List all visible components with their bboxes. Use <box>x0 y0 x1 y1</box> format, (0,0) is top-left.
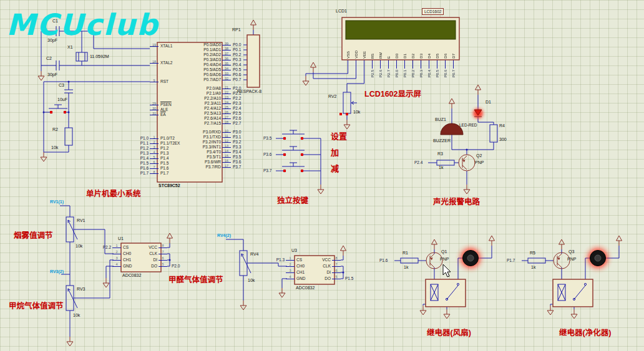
resistor-r3[interactable] <box>437 160 454 165</box>
u1-part-label[interactable]: ADC0832 <box>122 273 141 278</box>
pin-row: 4GND <box>100 263 132 269</box>
pin-row: DO5P1.5 <box>308 276 353 282</box>
rv3-value-label[interactable]: 10k <box>73 313 80 318</box>
capacitor-c2[interactable] <box>56 60 59 70</box>
pin-row: P3.0/RXD10P3.0 <box>162 130 241 135</box>
x1-ref-label[interactable]: X1 <box>67 45 73 50</box>
schematic-canvas[interactable]: MCUclub C1 30pF X1 11.0592M C2 30pF C3 1… <box>0 0 644 351</box>
resistor-r1[interactable] <box>401 258 418 263</box>
q3-part-label[interactable]: PNP <box>567 257 576 262</box>
q3-ref-label[interactable]: Q3 <box>568 249 574 254</box>
r1-value-label[interactable]: 1k <box>404 265 408 270</box>
r5-value-label[interactable]: 1k <box>531 265 535 270</box>
r3-value-label[interactable]: 1k <box>439 165 443 170</box>
rv1-caption[interactable]: 烟雾值调节 <box>14 232 53 241</box>
pin-row: P3.1/TXD11P3.1 <box>162 135 241 140</box>
fan-net-label[interactable]: P1.6 <box>379 258 388 262</box>
c1-ref-label[interactable]: C1 <box>52 19 58 24</box>
led-d1[interactable] <box>473 108 483 118</box>
buz1-ref-label[interactable]: BUZ1 <box>435 117 446 122</box>
rv1-ref-label[interactable]: RV1 <box>77 218 85 223</box>
r3-ref-label[interactable]: R3 <box>437 151 443 156</box>
r2-value-label[interactable]: 10k <box>51 145 58 150</box>
key2-net-label[interactable]: P3.6 <box>263 152 271 156</box>
alarm-net-label[interactable]: P2.4 <box>414 160 422 165</box>
r1-ref-label[interactable]: R1 <box>402 251 408 256</box>
rv4-ref-label[interactable]: RV4 <box>250 252 259 257</box>
rv2-value-label[interactable]: 10k <box>353 110 360 115</box>
relay-fan-box[interactable] <box>426 279 466 307</box>
q1-part-label[interactable]: PNP <box>440 257 449 262</box>
keys-caption[interactable]: 独立按键 <box>277 197 308 206</box>
alarm-caption[interactable]: 声光报警电路 <box>433 198 480 207</box>
c2-value-label[interactable]: 30pF <box>47 72 57 77</box>
mcu-caption[interactable]: 单片机最小系统 <box>86 190 141 199</box>
pin-row: P3.7/RD17P3.7 <box>162 165 241 170</box>
rv4-value-label[interactable]: 10k <box>248 278 255 283</box>
lcd-caption[interactable]: LCD1602显示屏 <box>364 90 421 99</box>
key1-function-label[interactable]: 设置 <box>331 132 347 141</box>
d1-ref-label[interactable]: D1 <box>485 100 491 105</box>
lcd-part-label[interactable]: LCD1602 <box>422 8 444 15</box>
u1-ref-label[interactable]: U1 <box>118 236 124 241</box>
pin-row: VCC8 <box>135 244 180 251</box>
x1-value-label[interactable]: 11.0592M <box>90 54 109 59</box>
rp1-ref-label[interactable]: RP1 <box>232 27 241 32</box>
fan-motor[interactable] <box>461 248 481 268</box>
relay-purifier-box[interactable] <box>553 279 593 307</box>
d1-part-label[interactable]: LED-RED <box>459 123 477 127</box>
c1-value-label[interactable]: 30pF <box>47 38 57 43</box>
pin-row: P2.4/A1225P2.4 <box>162 106 241 111</box>
u3-right-pins: VCC8 CLK7 DI6 DO5P1.5 <box>308 257 353 282</box>
key1-net-label[interactable]: P3.5 <box>263 136 271 140</box>
rv1-net-label[interactable]: RV1(1) <box>50 200 64 204</box>
pin-row: P1.78P1.7 <box>134 171 180 176</box>
resistor-r4[interactable] <box>490 125 497 142</box>
q2-part-label[interactable]: PNP <box>475 160 484 165</box>
c2-ref-label[interactable]: C2 <box>46 56 52 61</box>
rp1-part-label[interactable]: RESPACK-8 <box>237 89 261 94</box>
rv4-net-label[interactable]: RV4(2) <box>217 233 231 238</box>
pin-row: P3.3/INT113P3.3 <box>162 145 241 150</box>
r4-value-label[interactable]: 300 <box>499 137 507 142</box>
purifier-motor[interactable] <box>588 248 608 268</box>
rv3-caption[interactable]: 甲烷气体值调节 <box>9 302 64 311</box>
pin-row: VCC8 <box>308 257 353 263</box>
u3-part-label[interactable]: ADC0832 <box>296 286 315 291</box>
pin-row: P2.7/A1528P2.7 <box>162 121 241 126</box>
key2-function-label[interactable]: 加 <box>331 148 339 157</box>
rv2-ref-label[interactable]: RV2 <box>328 94 337 99</box>
capacitor-c1[interactable] <box>56 26 59 36</box>
relay-purifier-caption[interactable]: 继电器(净化器) <box>559 329 611 338</box>
q2-ref-label[interactable]: Q2 <box>476 153 482 158</box>
wires <box>41 30 619 337</box>
relay-fan-caption[interactable]: 继电器(风扇) <box>427 329 471 338</box>
key3-net-label[interactable]: P3.7 <box>263 168 271 173</box>
resistor-r2[interactable] <box>65 128 72 145</box>
power-ground-terminals[interactable] <box>38 20 622 346</box>
mcu-p3-pins: P3.0/RXD10P3.0 P3.1/TXD11P3.1 P3.2/INT01… <box>162 130 241 170</box>
crystal-x1[interactable] <box>76 52 87 61</box>
rv3-ref-label[interactable]: RV3 <box>77 287 85 292</box>
lcd-ref-label[interactable]: LCD1 <box>336 9 347 14</box>
u3-ref-label[interactable]: U3 <box>291 248 297 253</box>
respack-rp1[interactable] <box>247 35 260 87</box>
capacitor-c3[interactable] <box>64 90 73 93</box>
r5-ref-label[interactable]: R5 <box>530 251 535 256</box>
q1-ref-label[interactable]: Q1 <box>441 249 447 254</box>
rv3-net-label[interactable]: RV3(2) <box>50 269 64 274</box>
rv4-caption[interactable]: 甲醛气体值调节 <box>168 276 223 285</box>
r4-ref-label[interactable]: R4 <box>499 123 505 128</box>
c3-value-label[interactable]: 10uF <box>57 97 67 102</box>
key3-function-label[interactable]: 减 <box>331 165 339 173</box>
r2-ref-label[interactable]: R2 <box>52 127 58 132</box>
purifier-net-label[interactable]: P1.7 <box>507 258 515 262</box>
pin-row: P2.5/A1326P2.5 <box>162 111 241 116</box>
c3-ref-label[interactable]: C3 <box>59 83 64 88</box>
rv1-value-label[interactable]: 10k <box>76 244 82 249</box>
buz1-part-label[interactable]: BUZZER <box>433 138 451 143</box>
mcu-part-label[interactable]: STC89C52 <box>159 183 180 188</box>
transistor-q2[interactable] <box>459 155 475 171</box>
resistor-r5[interactable] <box>528 258 545 263</box>
key-buttons[interactable] <box>282 130 305 172</box>
